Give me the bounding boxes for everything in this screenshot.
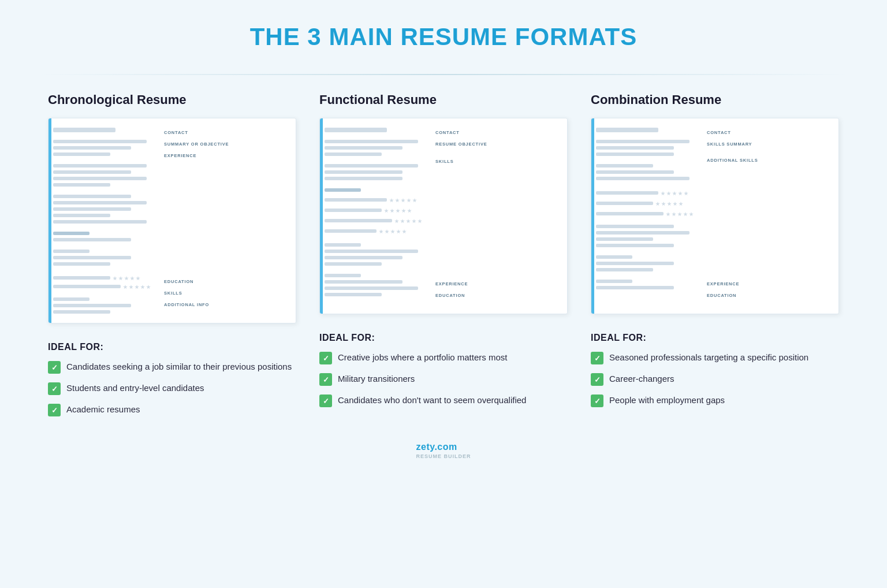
section-label-func-3: EXPERIENCE (435, 281, 560, 286)
col-combination: Combination Resume (591, 92, 839, 425)
ideal-section-chron: IDEAL FOR: Candidates seeking a job simi… (48, 342, 296, 425)
ideal-title-func: IDEAL FOR: (319, 333, 568, 343)
col-chronological: Chronological Resume (48, 92, 296, 425)
resume-mockup-chronological: CONTACT SUMMARY OR OBJECTIVE EXPERIENCE … (48, 118, 296, 323)
checkmark-combo-1 (591, 373, 603, 386)
ideal-text-combo-0: Seasoned professionals targeting a speci… (609, 351, 808, 364)
ideal-text-func-0: Creative jobs where a portfolio matters … (338, 351, 507, 364)
ideal-item-chron-1: Students and entry-level candidates (48, 382, 296, 395)
checkmark-func-1 (319, 373, 332, 386)
checkmark-chron-1 (48, 382, 61, 395)
ideal-item-combo-1: Career-changers (591, 373, 839, 386)
section-label-chron-3: EDUCATION (164, 279, 289, 284)
checkmark-chron-0 (48, 361, 61, 374)
ideal-item-func-2: Candidates who don't want to seem overqu… (319, 394, 568, 407)
section-label-func-4: EDUCATION (435, 293, 560, 298)
resume-left-func (325, 128, 428, 304)
col-title-chronological: Chronological Resume (48, 92, 296, 107)
col-functional: Functional Resume (319, 92, 568, 425)
ideal-item-combo-2: People with employment gaps (591, 394, 839, 407)
checkmark-chron-2 (48, 404, 61, 416)
checkmark-combo-0 (591, 352, 603, 364)
section-label-combo-3: EXPERIENCE (707, 281, 832, 286)
ideal-text-chron-2: Academic resumes (66, 403, 140, 416)
col-title-functional: Functional Resume (319, 92, 568, 107)
ideal-section-func: IDEAL FOR: Creative jobs where a portfol… (319, 333, 568, 415)
page-title: THE 3 MAIN RESUME FORMATS (250, 23, 638, 51)
ideal-item-func-0: Creative jobs where a portfolio matters … (319, 351, 568, 364)
blue-accent-combo (591, 118, 594, 314)
ideal-text-combo-1: Career-changers (609, 373, 674, 385)
section-label-chron-1: SUMMARY OR OBJECTIVE (164, 142, 289, 147)
checkmark-combo-2 (591, 395, 603, 407)
footer-brand: zety.com (416, 442, 457, 452)
checkmark-func-0 (319, 352, 332, 364)
resume-mockup-functional: CONTACT RESUME OBJECTIVE SKILLS EXPERIEN… (319, 118, 568, 314)
ideal-text-func-1: Military transitioners (338, 373, 415, 385)
ideal-text-func-2: Candidates who don't want to seem overqu… (338, 394, 526, 407)
ideal-text-chron-1: Students and entry-level candidates (66, 382, 204, 395)
footer: zety.com RESUME BUILDER (416, 442, 471, 459)
checkmark-func-2 (319, 395, 332, 407)
footer-sub: RESUME BUILDER (416, 453, 471, 459)
ideal-title-chron: IDEAL FOR: (48, 342, 296, 352)
resume-left-chron (53, 128, 157, 314)
blue-accent-chron (49, 118, 51, 323)
resume-mockup-combination: CONTACT SKILLS SUMMARY ADDITIONAL SKILLS… (591, 118, 839, 314)
section-label-combo-4: EDUCATION (707, 293, 832, 298)
section-label-combo-1: SKILLS SUMMARY (707, 142, 832, 147)
resume-left-combo (596, 128, 700, 304)
ideal-item-chron-0: Candidates seeking a job similar to thei… (48, 360, 296, 374)
ideal-item-combo-0: Seasoned professionals targeting a speci… (591, 351, 839, 364)
ideal-text-combo-2: People with employment gaps (609, 394, 725, 407)
ideal-item-func-1: Military transitioners (319, 373, 568, 386)
section-label-func-1: RESUME OBJECTIVE (435, 142, 560, 147)
ideal-item-chron-2: Academic resumes (48, 403, 296, 416)
columns-container: Chronological Resume (35, 92, 852, 425)
ideal-text-chron-0: Candidates seeking a job similar to thei… (66, 360, 292, 373)
title-divider (35, 74, 852, 75)
section-label-chron-4: SKILLS (164, 291, 289, 296)
resume-right-chron: CONTACT SUMMARY OR OBJECTIVE EXPERIENCE … (164, 128, 289, 314)
section-label-func-0: CONTACT (435, 130, 560, 135)
ideal-section-combo: IDEAL FOR: Seasoned professionals target… (591, 333, 839, 415)
section-label-chron-0: CONTACT (164, 130, 289, 135)
blue-accent-func (320, 118, 323, 314)
section-label-func-2: SKILLS (435, 159, 560, 164)
resume-right-combo: CONTACT SKILLS SUMMARY ADDITIONAL SKILLS… (707, 128, 832, 304)
section-label-chron-2: EXPERIENCE (164, 153, 289, 158)
section-label-combo-0: CONTACT (707, 130, 832, 135)
col-title-combination: Combination Resume (591, 92, 839, 107)
ideal-title-combo: IDEAL FOR: (591, 333, 839, 343)
section-label-chron-5: ADDITIONAL INFO (164, 302, 289, 307)
section-label-combo-2: ADDITIONAL SKILLS (707, 158, 832, 163)
resume-right-func: CONTACT RESUME OBJECTIVE SKILLS EXPERIEN… (435, 128, 560, 304)
